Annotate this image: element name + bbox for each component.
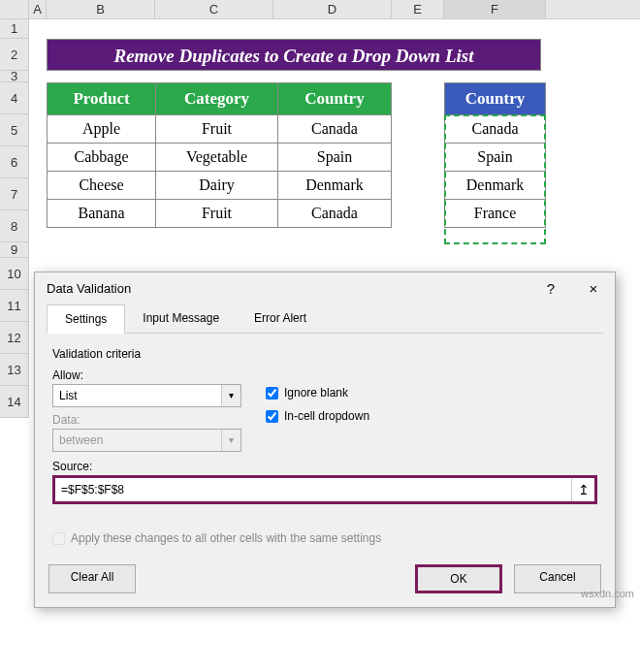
main-data-table: Product Category Country AppleFruitCanad… — [47, 82, 392, 228]
col-header-D[interactable]: D — [273, 0, 392, 18]
allow-dropdown[interactable]: List ▾ — [52, 384, 241, 407]
table-row: AppleFruitCanada — [48, 115, 392, 144]
row-header[interactable]: 4 — [0, 82, 28, 114]
tab-settings[interactable]: Settings — [47, 304, 125, 334]
ignore-blank-checkbox[interactable]: Ignore blank — [266, 386, 348, 400]
chevron-down-icon: ▾ — [221, 430, 240, 451]
clear-all-button[interactable]: Clear All — [48, 564, 136, 593]
apply-changes-checkbox: Apply these changes to all other cells w… — [52, 531, 597, 545]
list-item: Canada — [445, 115, 546, 144]
row-header[interactable]: 2 — [0, 39, 28, 71]
row-header[interactable]: 8 — [0, 210, 28, 242]
incell-dropdown-checkbox[interactable]: In-cell dropdown — [266, 409, 369, 423]
header-category: Category — [156, 83, 278, 115]
row-header[interactable]: 10 — [0, 258, 28, 290]
source-label: Source: — [52, 460, 597, 473]
list-item: Denmark — [445, 172, 546, 200]
title-banner: Remove Duplicates to Create a Drop Down … — [47, 39, 541, 71]
row-header[interactable]: 1 — [0, 19, 28, 39]
table-row: BananaFruitCanada — [48, 200, 392, 228]
row-header[interactable]: 7 — [0, 178, 28, 210]
criteria-label: Validation criteria — [52, 347, 597, 361]
data-label: Data: — [52, 413, 246, 427]
row-header[interactable]: 3 — [0, 71, 28, 82]
row-headers: 1 2 3 4 5 6 7 8 9 10 11 12 13 14 — [0, 19, 29, 418]
row-header[interactable]: 11 — [0, 290, 28, 322]
incell-input[interactable] — [266, 410, 278, 423]
row-header[interactable]: 12 — [0, 322, 28, 354]
col-header-E[interactable]: E — [392, 0, 444, 18]
header-product: Product — [48, 83, 156, 115]
range-selector-icon[interactable]: ↥ — [571, 478, 594, 501]
table-row: CabbageVegetableSpain — [48, 144, 392, 172]
row-header[interactable]: 14 — [0, 386, 28, 418]
allow-label: Allow: — [52, 368, 246, 382]
row-header[interactable]: 5 — [0, 114, 28, 146]
tab-error-alert[interactable]: Error Alert — [237, 304, 324, 333]
apply-changes-input — [52, 532, 65, 545]
select-all-corner[interactable] — [0, 0, 29, 18]
ok-button[interactable]: OK — [415, 564, 502, 593]
data-dropdown: between ▾ — [52, 429, 241, 452]
close-button[interactable]: × — [584, 280, 603, 297]
allow-value: List — [53, 389, 221, 402]
dialog-title: Data Validation — [47, 281, 131, 296]
ignore-blank-input[interactable] — [266, 387, 278, 400]
country-list-table: Country Canada Spain Denmark France — [444, 82, 546, 228]
data-validation-dialog: Data Validation ? × Settings Input Messa… — [34, 272, 616, 608]
col-header-C[interactable]: C — [155, 0, 273, 18]
chevron-down-icon[interactable]: ▾ — [221, 385, 240, 406]
data-value: between — [53, 433, 221, 447]
column-headers: A B C D E F — [0, 0, 640, 19]
header-country: Country — [277, 83, 391, 115]
header-country-list: Country — [445, 83, 546, 115]
row-header[interactable]: 6 — [0, 146, 28, 178]
source-input[interactable] — [55, 478, 571, 501]
tab-input-message[interactable]: Input Message — [125, 304, 237, 333]
col-header-A[interactable]: A — [29, 0, 47, 18]
col-header-F[interactable]: F — [444, 0, 546, 18]
row-header[interactable]: 13 — [0, 354, 28, 386]
dialog-tabs: Settings Input Message Error Alert — [47, 304, 603, 334]
source-input-wrap: ↥ — [52, 475, 597, 504]
list-item: France — [445, 200, 546, 228]
watermark: wsxdn.com — [581, 588, 634, 599]
dialog-titlebar[interactable]: Data Validation ? × — [35, 272, 615, 304]
row-header[interactable]: 9 — [0, 242, 28, 258]
table-row: CheeseDairyDenmark — [48, 172, 392, 200]
help-button[interactable]: ? — [541, 280, 560, 297]
col-header-B[interactable]: B — [47, 0, 155, 18]
list-item: Spain — [445, 144, 546, 172]
